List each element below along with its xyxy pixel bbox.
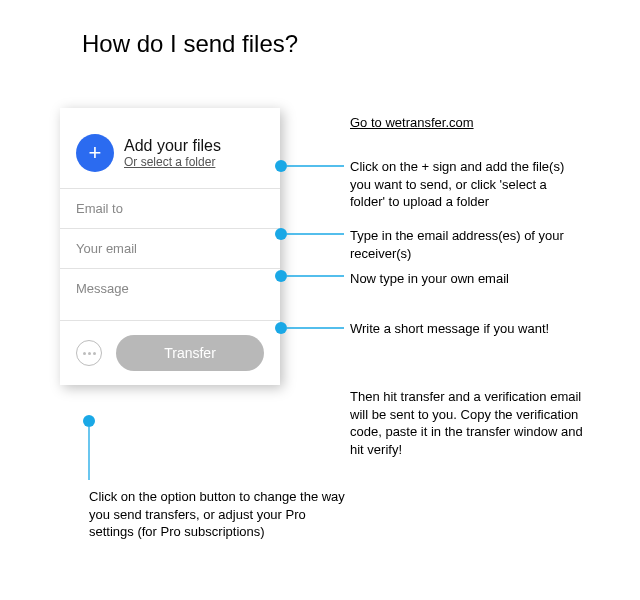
plus-icon: +: [89, 142, 102, 164]
callout-dot: [275, 322, 287, 334]
panel-footer: Transfer: [60, 320, 280, 385]
email-to-field[interactable]: Email to: [60, 188, 280, 228]
ellipsis-icon: [83, 352, 86, 355]
annotation-add-files: Click on the + sign and add the file(s) …: [350, 158, 570, 211]
callout-dot: [275, 160, 287, 172]
annotation-goto[interactable]: Go to wetransfer.com: [350, 114, 474, 132]
select-folder-link[interactable]: Or select a folder: [124, 155, 221, 169]
ellipsis-icon: [88, 352, 91, 355]
options-button[interactable]: [76, 340, 102, 366]
transfer-panel: + Add your files Or select a folder Emai…: [60, 108, 280, 385]
callout-dot: [275, 270, 287, 282]
add-files-row: + Add your files Or select a folder: [60, 108, 280, 188]
message-field[interactable]: Message: [60, 268, 280, 320]
annotation-email-to: Type in the email address(es) of your re…: [350, 227, 570, 262]
annotation-transfer: Then hit transfer and a verification ema…: [350, 388, 600, 458]
callout-dot: [275, 228, 287, 240]
annotation-options: Click on the option button to change the…: [89, 488, 349, 541]
transfer-button[interactable]: Transfer: [116, 335, 264, 371]
page-title: How do I send files?: [82, 30, 298, 58]
add-files-button[interactable]: +: [76, 134, 114, 172]
callout-dot: [83, 415, 95, 427]
annotation-message: Write a short message if you want!: [350, 320, 570, 338]
your-email-field[interactable]: Your email: [60, 228, 280, 268]
ellipsis-icon: [93, 352, 96, 355]
annotation-your-email: Now type in your own email: [350, 270, 570, 288]
add-files-label: Add your files: [124, 137, 221, 155]
